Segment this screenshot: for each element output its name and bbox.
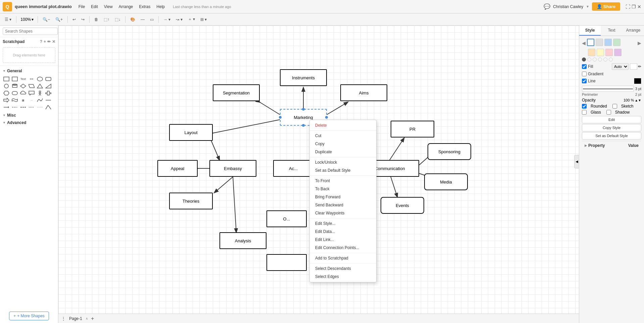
ctx-send-backward[interactable]: Send Backward bbox=[310, 201, 376, 209]
undo-btn[interactable]: ↩ bbox=[70, 16, 78, 23]
scratchpad-drop-zone[interactable]: Drag elements here bbox=[3, 47, 55, 63]
node-analysis[interactable]: Analysis bbox=[219, 232, 266, 249]
color-blue[interactable] bbox=[604, 39, 612, 46]
fullscreen-icon[interactable]: ⛶ bbox=[626, 4, 630, 9]
shape-process[interactable] bbox=[3, 90, 10, 96]
shape-circle[interactable] bbox=[3, 83, 10, 89]
ctx-edit-data[interactable]: Edit Data... bbox=[310, 228, 376, 236]
node-appeal[interactable]: Appeal bbox=[157, 160, 198, 177]
sidebar-toggle[interactable]: ☰ ▾ bbox=[3, 16, 13, 23]
to-back-btn[interactable]: ⬚↓ bbox=[113, 16, 122, 23]
general-section-header[interactable]: General bbox=[0, 67, 58, 75]
shape-dashes[interactable] bbox=[11, 104, 18, 110]
node-sponsoring[interactable]: Sponsoring bbox=[428, 143, 471, 160]
redo-btn[interactable]: ↪ bbox=[79, 16, 87, 23]
fill-color-btn[interactable]: 🎨 bbox=[128, 16, 137, 23]
ctx-edit-style[interactable]: Edit Style... bbox=[310, 219, 376, 228]
handle-top[interactable] bbox=[302, 108, 305, 111]
ctx-add-scratch[interactable]: Add to Scratchpad bbox=[310, 254, 376, 262]
ctx-cut[interactable]: Cut bbox=[310, 132, 376, 140]
node-media[interactable]: Media bbox=[424, 173, 468, 190]
menu-extras[interactable]: Extras bbox=[136, 3, 153, 10]
sketch-checkbox[interactable] bbox=[612, 104, 617, 109]
line-checkbox[interactable] bbox=[582, 79, 587, 83]
canvas-area[interactable]: Marketing Instruments Segmentation Aims … bbox=[58, 26, 579, 323]
node-partial3[interactable] bbox=[266, 254, 307, 271]
style-dot-4[interactable] bbox=[598, 57, 602, 62]
glass-checkbox[interactable] bbox=[582, 110, 587, 115]
style-prev-icon[interactable]: ◀ bbox=[582, 40, 586, 46]
fill-mode-select[interactable]: Auto bbox=[612, 63, 629, 70]
line-color-btn[interactable]: — bbox=[139, 16, 147, 23]
shape-cross[interactable] bbox=[45, 90, 52, 96]
node-partial2[interactable]: O... bbox=[266, 210, 307, 227]
shape-arrow-right[interactable] bbox=[3, 97, 10, 103]
node-instruments[interactable]: Instruments bbox=[280, 69, 327, 86]
zoom-level[interactable]: 100% ▾ bbox=[19, 16, 35, 23]
node-theories[interactable]: Theories bbox=[169, 193, 213, 209]
color-green[interactable] bbox=[613, 39, 621, 46]
shape-text[interactable]: Text bbox=[19, 76, 27, 82]
shape-person[interactable] bbox=[36, 90, 44, 96]
line-thickness-slider[interactable] bbox=[582, 86, 634, 92]
shape-curve[interactable] bbox=[36, 97, 44, 103]
chat-icon[interactable]: 💬 bbox=[544, 3, 550, 10]
color-white[interactable] bbox=[587, 39, 594, 46]
shape-ellipse[interactable] bbox=[36, 76, 44, 82]
ctx-delete[interactable]: Delete bbox=[310, 121, 376, 129]
shape-line[interactable] bbox=[45, 97, 52, 103]
page-name[interactable]: Page-1 bbox=[67, 316, 84, 322]
node-pr[interactable]: PR bbox=[391, 121, 434, 137]
tab-arrange[interactable]: Arrange bbox=[623, 26, 644, 36]
ctx-edit-conn[interactable]: Edit Connection Points... bbox=[310, 244, 376, 252]
table-btn[interactable]: ⊞ ▾ bbox=[198, 16, 209, 23]
shadow-btn[interactable]: ▭ bbox=[148, 16, 156, 23]
style-dot-5[interactable] bbox=[603, 57, 607, 62]
style-dot-2[interactable] bbox=[587, 57, 591, 62]
style-dot-3[interactable] bbox=[593, 57, 597, 62]
menu-help[interactable]: Help bbox=[154, 3, 167, 10]
ctx-lock[interactable]: Lock/Unlock bbox=[310, 158, 376, 166]
color-gray[interactable] bbox=[596, 39, 603, 46]
tab-text[interactable]: Text bbox=[601, 26, 622, 36]
shape-link[interactable]: ≡≡ bbox=[28, 76, 35, 82]
gradient-checkbox[interactable] bbox=[582, 72, 587, 76]
fill-checkbox[interactable] bbox=[582, 64, 587, 69]
restore-icon[interactable]: ❐ bbox=[632, 4, 636, 9]
color-yellow[interactable] bbox=[597, 49, 604, 56]
search-input[interactable] bbox=[3, 28, 58, 35]
opacity-down-icon[interactable]: ▼ bbox=[638, 98, 641, 102]
line-color-box[interactable] bbox=[634, 78, 641, 84]
shape-dashes3[interactable] bbox=[28, 104, 35, 110]
share-button[interactable]: 👤 Share bbox=[592, 2, 620, 11]
rounded-checkbox[interactable] bbox=[582, 104, 587, 109]
shape-table[interactable]: ▦ bbox=[19, 97, 27, 103]
page-menu-icon[interactable]: ⋮ bbox=[61, 316, 66, 321]
to-front-btn[interactable]: ⬚↑ bbox=[102, 16, 111, 23]
handle-right[interactable] bbox=[325, 116, 328, 119]
close-icon[interactable]: ✕ bbox=[637, 4, 641, 9]
menu-edit[interactable]: Edit bbox=[88, 3, 101, 10]
edit-style-btn[interactable]: Edit bbox=[582, 116, 641, 123]
ctx-select-edges[interactable]: Select Edges bbox=[310, 273, 376, 281]
shape-cloud[interactable] bbox=[19, 90, 27, 96]
shape-rounded-rect[interactable] bbox=[45, 76, 52, 82]
color-purple[interactable] bbox=[614, 49, 622, 56]
shape-parallelogram[interactable] bbox=[28, 83, 35, 89]
fill-color-box[interactable] bbox=[630, 64, 637, 70]
shape-rect[interactable] bbox=[3, 76, 10, 82]
shape-dashes2[interactable] bbox=[19, 104, 27, 110]
ctx-bring-forward[interactable]: Bring Forward bbox=[310, 193, 376, 201]
property-section-header[interactable]: Property Value bbox=[582, 141, 641, 150]
ctx-clear-waypoints[interactable]: Clear Waypoints bbox=[310, 209, 376, 217]
node-aims[interactable]: Aims bbox=[340, 84, 387, 101]
add-page-button[interactable]: + bbox=[89, 315, 96, 322]
connection-style-btn[interactable]: → ▾ bbox=[161, 16, 172, 23]
shape-triangle[interactable] bbox=[36, 83, 44, 89]
shape-dashes4[interactable] bbox=[36, 104, 44, 110]
more-shapes-button[interactable]: + + More Shapes bbox=[9, 312, 49, 320]
shape-arrow-line[interactable] bbox=[3, 104, 10, 110]
color-orange[interactable] bbox=[588, 49, 595, 56]
shadow-checkbox[interactable] bbox=[606, 110, 611, 115]
copy-style-btn[interactable]: Copy Style bbox=[582, 124, 641, 131]
